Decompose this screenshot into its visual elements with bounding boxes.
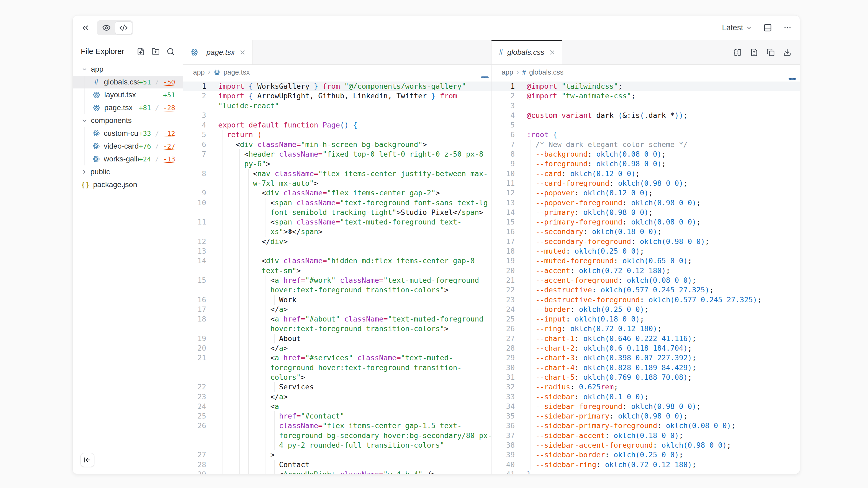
code-toggle-button[interactable] [115, 21, 132, 34]
collapse-panel-button[interactable] [81, 23, 90, 32]
line-number: 9 [183, 188, 210, 198]
line-number: 22 [492, 285, 518, 295]
line-number: 3 [492, 101, 518, 111]
line-number: 29 [183, 469, 210, 474]
download-icon [783, 48, 791, 56]
diff-stats: +51 / -50 [139, 78, 183, 86]
code-line-1: 1import { WorksGallery } from "@/compone… [183, 82, 491, 91]
line-number: 15 [492, 217, 518, 227]
line-number: 20 [492, 266, 518, 275]
file-diff-button[interactable] [750, 48, 758, 56]
line-number: 40 [492, 460, 518, 469]
line-number: 33 [492, 392, 518, 402]
code-editor-page-tsx[interactable]: 1import { WorksGallery } from "@/compone… [183, 80, 491, 474]
tree-item-works-galler[interactable]: works-galler…+24 / -13 [73, 153, 183, 165]
tree-item-video-card.tsx[interactable]: video-card.tsx+76 / -27 [73, 140, 183, 153]
compare-panel-button[interactable] [734, 48, 742, 56]
new-file-icon [137, 47, 145, 56]
code-line-34: 34--sidebar-foreground: oklch(0.98 0 0); [492, 402, 800, 411]
line-number: 27 [492, 334, 518, 344]
new-folder-button[interactable] [152, 47, 160, 56]
download-button[interactable] [783, 48, 791, 56]
line-number: 6 [492, 130, 518, 139]
tree-item-components[interactable]: components [73, 114, 183, 127]
code-line-16: 16Work [183, 295, 491, 305]
tree-item-custom-curs[interactable]: custom-curs…+33 / -12 [73, 127, 183, 140]
tree-item-public[interactable]: public [73, 165, 183, 178]
version-dropdown[interactable]: Latest [722, 23, 752, 32]
scrollbar-thumb[interactable] [481, 76, 489, 78]
new-folder-icon [152, 47, 160, 56]
code-line-13: 13 [183, 247, 491, 256]
file-tree: app#globals.css+51 / -50layout.tsx+51pag… [73, 63, 183, 191]
tree-item-page.tsx[interactable]: page.tsx+81 / -28 [73, 101, 183, 114]
code-line-6: 6:root { [492, 130, 800, 139]
code-line-29: 29<ArrowUpRight className="w-4 h-4" /> [183, 469, 491, 474]
collapse-sidebar-button[interactable] [81, 453, 94, 467]
file-diff-icon [750, 48, 758, 56]
panel-bottom-button[interactable] [764, 24, 772, 32]
line-number: 22 [183, 382, 210, 392]
tab-page-tsx[interactable]: page.tsx [183, 40, 253, 64]
copy-button[interactable] [767, 48, 775, 56]
line-number: 18 [492, 247, 518, 256]
line-number: 14 [183, 256, 210, 275]
close-tab-icon[interactable] [239, 49, 246, 56]
line-number: 23 [183, 392, 210, 402]
code-line-29: 29--chart-3: oklch(0.398 0.07 227.392); [492, 353, 800, 363]
line-number: 20 [183, 344, 210, 353]
react-file-icon [93, 130, 100, 137]
line-number: 28 [492, 344, 518, 353]
tree-item-layout.tsx[interactable]: layout.tsx+51 [73, 89, 183, 101]
search-button[interactable] [166, 47, 175, 56]
line-number: 29 [492, 353, 518, 363]
scrollbar-thumb[interactable] [788, 78, 796, 79]
code-line-18: 18--muted: oklch(0.25 0 0); [492, 247, 800, 256]
preview-code-toggle [97, 20, 133, 35]
ellipsis-icon [783, 24, 792, 32]
code-line-21: 21<a href="#services" className="text-mu… [183, 353, 491, 382]
code-editor-globals-css[interactable]: 1@import "tailwindcss";2@import "tw-anim… [492, 80, 800, 474]
line-number: 35 [492, 411, 518, 421]
line-number: 11 [492, 178, 518, 188]
preview-toggle-button[interactable] [98, 21, 115, 34]
line-number: 24 [183, 402, 210, 411]
line-number: 4 [183, 120, 210, 130]
code-line-12: 12</div> [183, 237, 491, 247]
copy-icon [767, 48, 775, 56]
panel-bottom-icon [764, 24, 772, 32]
tree-item-app[interactable]: app [73, 63, 183, 76]
line-number: 1 [492, 82, 518, 91]
line-number: 32 [492, 382, 518, 392]
line-number: 1 [183, 82, 210, 91]
code-line-16: 16--secondary: oklch(0.18 0 0); [492, 227, 800, 236]
line-number: 25 [492, 314, 518, 324]
tab-globals-css[interactable]: # globals.css [492, 40, 562, 64]
code-line-23: 23--destructive-foreground: oklch(0.577 … [492, 295, 800, 305]
panel-compare-icon [734, 48, 742, 56]
more-options-button[interactable] [783, 24, 792, 32]
breadcrumb: app › # globals.css [492, 65, 800, 80]
code-line-11: 11<span className="text-muted-foreground… [183, 217, 491, 237]
tree-item-globals.css[interactable]: #globals.css+51 / -50 [73, 76, 183, 89]
tree-item-package.json[interactable]: { }package.json [73, 178, 183, 191]
react-file-icon [93, 104, 100, 111]
line-number: 37 [492, 431, 518, 441]
code-line-37: 37--sidebar-accent: oklch(0.18 0 0); [492, 431, 800, 441]
line-number: 27 [183, 450, 210, 460]
code-line-11: 11--card-foreground: oklch(0.98 0 0); [492, 178, 800, 188]
chevron-down-icon [746, 25, 752, 31]
code-line-21: 21--accent-foreground: oklch(0.08 0 0); [492, 275, 800, 285]
close-tab-icon[interactable] [549, 49, 556, 56]
diff-stats: +51 [163, 91, 183, 99]
code-line-20: 20--accent: oklch(0.72 0.12 180); [492, 266, 800, 275]
diff-stats: +76 / -27 [139, 142, 183, 150]
line-number: 16 [492, 227, 518, 236]
line-number: 13 [183, 247, 210, 256]
code-line-8: 8--background: oklch(0.08 0 0); [492, 150, 800, 159]
line-number: 10 [492, 169, 518, 178]
line-number: 5 [183, 130, 210, 139]
line-number: 19 [492, 256, 518, 266]
new-file-button[interactable] [137, 47, 145, 56]
line-number: 5 [492, 120, 518, 130]
